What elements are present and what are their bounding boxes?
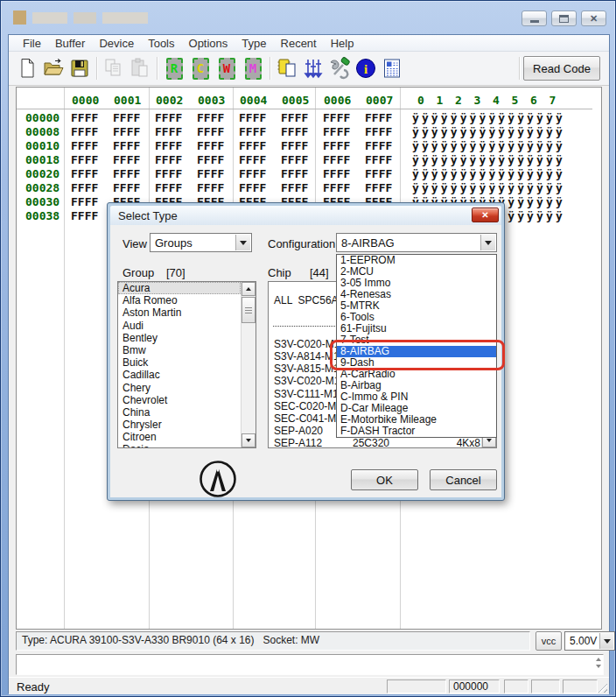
hex-cell[interactable]: FFFF (113, 153, 140, 166)
close-button[interactable]: ✕ (581, 11, 606, 26)
open-file-button[interactable] (40, 55, 66, 81)
chevron-down-icon[interactable] (235, 235, 250, 250)
menu-item-buffer[interactable]: Buffer (48, 36, 92, 51)
hex-cell[interactable]: FFFF (281, 167, 308, 180)
read-code-button[interactable]: Read Code (523, 56, 600, 81)
hex-cell[interactable]: FFFF (197, 111, 224, 124)
message-log[interactable] (16, 654, 604, 675)
group-item-alfa-romeo[interactable]: Alfa Romeo (118, 294, 241, 306)
hex-cell[interactable]: FFFF (71, 181, 98, 194)
group-item-cadillac[interactable]: Cadillac (118, 369, 241, 381)
group-item-chery[interactable]: Chery (118, 382, 241, 394)
hex-cell[interactable]: FFFF (71, 209, 98, 222)
chip-write-button[interactable]: W (214, 55, 240, 81)
group-scrollbar[interactable] (241, 282, 256, 447)
hex-cell[interactable]: FFFF (281, 153, 308, 166)
hex-cell[interactable]: FFFF (197, 181, 224, 194)
hex-cell[interactable]: FFFF (281, 111, 308, 124)
cancel-button[interactable]: Cancel (430, 469, 497, 490)
hex-cell[interactable]: FFFF (365, 153, 392, 166)
hex-cell[interactable]: FFFF (155, 139, 182, 152)
group-item-chrysler[interactable]: Chrysler (118, 419, 241, 431)
chevron-down-icon[interactable] (599, 633, 613, 649)
hex-cell[interactable]: FFFF (281, 125, 308, 138)
chip-verify-button[interactable]: C (187, 55, 214, 81)
hex-cell[interactable]: FFFF (155, 111, 182, 124)
hex-cell[interactable]: FFFF (323, 125, 350, 138)
hex-cell[interactable]: FFFF (365, 111, 392, 124)
group-item-citroen[interactable]: Citroen (118, 431, 241, 443)
hex-cell[interactable]: FFFF (71, 153, 98, 166)
chip-read-button[interactable]: R (161, 55, 187, 81)
menu-item-file[interactable]: File (16, 36, 48, 51)
menu-item-options[interactable]: Options (182, 36, 235, 51)
hex-cell[interactable]: FFFF (197, 153, 224, 166)
hex-cell[interactable]: FFFF (239, 167, 266, 180)
scroll-down-button[interactable] (242, 433, 256, 447)
menu-item-help[interactable]: Help (324, 36, 361, 51)
hex-cell[interactable]: FFFF (239, 153, 266, 166)
dialog-close-button[interactable]: ✕ (472, 208, 499, 222)
hex-cell[interactable]: FFFF (323, 139, 350, 152)
ok-button[interactable]: OK (351, 469, 418, 490)
hex-cell[interactable]: FFFF (323, 153, 350, 166)
hex-cell[interactable]: FFFF (323, 111, 350, 124)
maximize-button[interactable] (551, 11, 577, 26)
hex-cell[interactable]: FFFF (71, 167, 98, 180)
signal-pins-button[interactable] (300, 55, 326, 81)
chip-copy-button[interactable] (274, 55, 300, 81)
hex-cell[interactable]: FFFF (281, 181, 308, 194)
new-file-button[interactable] (14, 55, 40, 81)
group-item-bmw[interactable]: Bmw (118, 344, 241, 356)
paste-button[interactable] (127, 55, 153, 81)
hex-cell[interactable]: FFFF (113, 167, 140, 180)
hex-cell[interactable]: FFFF (239, 139, 266, 152)
log-scroll-arrows[interactable] (596, 658, 601, 668)
hex-cell[interactable]: FFFF (71, 195, 98, 208)
group-item-dacia[interactable]: Dacia (118, 443, 241, 447)
menu-item-device[interactable]: Device (92, 36, 141, 51)
group-item-aston-martin[interactable]: Aston Martin (118, 306, 241, 319)
menu-item-type[interactable]: Type (234, 36, 273, 51)
dialog-title-bar[interactable]: Select Type ✕ (110, 206, 501, 225)
hex-cell[interactable]: FFFF (365, 167, 392, 180)
hex-cell[interactable]: FFFF (113, 125, 140, 138)
hex-cell[interactable]: FFFF (197, 167, 224, 180)
hex-cell[interactable]: FFFF (239, 125, 266, 138)
info-button[interactable]: i (353, 55, 379, 81)
hex-cell[interactable]: FFFF (155, 167, 182, 180)
copy-button[interactable] (101, 55, 127, 81)
menu-item-recent[interactable]: Recent (274, 36, 324, 51)
hex-cell[interactable]: FFFF (113, 139, 140, 152)
hex-cell[interactable]: FFFF (239, 111, 266, 124)
hex-cell[interactable]: FFFF (365, 181, 392, 194)
hex-cell[interactable]: FFFF (113, 111, 140, 124)
hex-cell[interactable]: FFFF (239, 181, 266, 194)
group-item-acura[interactable]: Acura (118, 282, 241, 294)
hex-cell[interactable]: FFFF (155, 125, 182, 138)
hex-cell[interactable]: FFFF (365, 125, 392, 138)
config-option-f-dash-tractor[interactable]: F-DASH Tractor (337, 426, 496, 437)
hex-cell[interactable]: FFFF (323, 167, 350, 180)
group-item-audi[interactable]: Audi (118, 320, 241, 332)
menu-item-tools[interactable]: Tools (141, 36, 181, 51)
group-item-chevrolet[interactable]: Chevrolet (118, 394, 241, 406)
view-select[interactable]: Groups (150, 233, 252, 252)
scroll-up-button[interactable] (242, 282, 256, 296)
hex-cell[interactable]: FFFF (113, 181, 140, 194)
configuration-select[interactable]: 8-AIRBAG (336, 233, 497, 252)
scroll-thumb[interactable] (242, 297, 256, 323)
hex-cell[interactable]: FFFF (281, 139, 308, 152)
voltage-select[interactable]: 5.00V (564, 631, 615, 651)
minimize-button[interactable] (522, 11, 547, 26)
group-item-bentley[interactable]: Bentley (118, 332, 241, 344)
group-item-buick[interactable]: Buick (118, 356, 241, 369)
chip-item[interactable]: SEP-A11225C3204Kx8 (269, 437, 481, 447)
hex-cell[interactable]: FFFF (197, 139, 224, 152)
hex-cell[interactable]: FFFF (71, 139, 98, 152)
report-button[interactable] (379, 55, 405, 81)
hex-cell[interactable]: FFFF (323, 181, 350, 194)
vcc-button[interactable]: vcc (536, 631, 562, 651)
group-item-china[interactable]: China (118, 406, 241, 419)
chevron-down-icon[interactable] (480, 235, 495, 250)
